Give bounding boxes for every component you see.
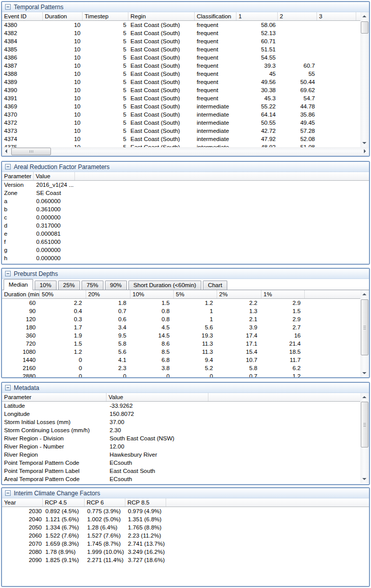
column-header[interactable]: Timestep bbox=[83, 12, 128, 20]
column-header[interactable]: 1% bbox=[261, 290, 305, 298]
column-header[interactable]: Regin bbox=[128, 12, 195, 20]
table-row[interactable]: e0.000081 bbox=[2, 230, 369, 238]
table-row[interactable]: Point Temporal Pattern CodeECsouth bbox=[2, 459, 360, 467]
column-header[interactable]: Value bbox=[107, 393, 208, 401]
column-header[interactable]: Parameter bbox=[2, 172, 34, 180]
table-row[interactable]: 4373105East Coast (South)intermediate42.… bbox=[2, 127, 360, 135]
table-row[interactable]: 4387105East Coast (South)frequent39.360.… bbox=[2, 62, 360, 70]
table-row[interactable]: 4374105East Coast (South)intermediate47.… bbox=[2, 135, 360, 143]
table-row[interactable]: River Region - Number12.00 bbox=[2, 442, 360, 451]
column-header[interactable]: Parameter bbox=[2, 393, 107, 401]
table-row[interactable]: 20300.892 (4.5%)0.775 (3.9%)0.979 (4.9%) bbox=[2, 507, 369, 515]
table-row[interactable]: River Region - DivisionSouth East Coast … bbox=[2, 434, 360, 442]
column-header[interactable]: 3 bbox=[317, 12, 356, 20]
column-header[interactable]: RCP 4.5 bbox=[43, 498, 85, 507]
table-row[interactable]: 20501.334 (6.7%)1.28 (6.4%)1.765 (8.8%) bbox=[2, 523, 369, 531]
table-row[interactable]: Storm Initial Losses (mm)37.00 bbox=[2, 418, 360, 426]
table-row[interactable]: a0.060000 bbox=[2, 197, 369, 205]
table-row[interactable]: 4370105East Coast (South)intermediate64.… bbox=[2, 110, 360, 119]
table-row[interactable]: Point Temporal Pattern LabelEast Coast S… bbox=[2, 467, 360, 475]
column-header[interactable]: Classification bbox=[195, 12, 236, 20]
column-header[interactable]: Value bbox=[34, 172, 75, 180]
climate-header[interactable]: Interim Climate Change Factors bbox=[2, 488, 369, 498]
column-header[interactable]: Year bbox=[2, 498, 43, 507]
vertical-scrollbar[interactable] bbox=[360, 12, 369, 147]
table-row[interactable]: 7201.55.88.611.317.121.4 bbox=[2, 340, 360, 348]
collapse-icon[interactable] bbox=[5, 385, 11, 390]
column-header[interactable]: Event ID bbox=[2, 12, 43, 20]
preburst-header[interactable]: Preburst Depths bbox=[2, 269, 369, 279]
table-row[interactable]: 288000000.71.2 bbox=[2, 372, 360, 377]
table-row[interactable]: 20401.121 (5.6%)1.002 (5.0%)1.351 (6.8%) bbox=[2, 515, 369, 523]
scroll-left-button[interactable] bbox=[2, 147, 10, 155]
table-row[interactable]: 1801.73.44.55.63.92.7 bbox=[2, 323, 360, 331]
column-header[interactable]: 1 bbox=[236, 12, 278, 20]
scroll-up-button[interactable] bbox=[360, 393, 368, 401]
table-row[interactable]: 20701.659 (8.3%)1.745 (8.7%)2.741 (13.7%… bbox=[2, 540, 369, 548]
table-row[interactable]: ZoneSE Coast bbox=[2, 189, 369, 197]
collapse-icon[interactable] bbox=[5, 4, 11, 10]
metadata-header[interactable]: Metadata bbox=[2, 383, 369, 393]
table-row[interactable]: 4390105East Coast (South)frequent30.3869… bbox=[2, 86, 360, 94]
table-row[interactable]: 4391105East Coast (South)frequent45.354.… bbox=[2, 94, 360, 102]
column-header[interactable]: 5% bbox=[174, 290, 217, 298]
table-row[interactable]: 4382105East Coast (South)frequent52.13 bbox=[2, 29, 360, 37]
table-row[interactable]: 1200.30.60.812.12.9 bbox=[2, 315, 360, 323]
tab-chart[interactable]: Chart bbox=[203, 281, 227, 290]
scrollbar-thumb[interactable] bbox=[361, 299, 368, 355]
tab-10[interactable]: 10% bbox=[35, 281, 57, 290]
scrollbar-thumb[interactable] bbox=[361, 21, 368, 34]
table-row[interactable]: 144004.16.89.410.711.7 bbox=[2, 356, 360, 364]
scroll-down-button[interactable] bbox=[360, 139, 368, 147]
column-header[interactable]: 20% bbox=[86, 290, 130, 298]
scroll-down-button[interactable] bbox=[360, 475, 368, 483]
column-header[interactable]: RCP 8.5 bbox=[125, 498, 166, 507]
table-row[interactable]: b0.361000 bbox=[2, 205, 369, 213]
scroll-down-button[interactable] bbox=[360, 369, 368, 377]
scroll-up-button[interactable] bbox=[360, 290, 368, 298]
table-row[interactable]: 602.21.81.51.22.22.9 bbox=[2, 299, 360, 307]
table-row[interactable]: 4375105East Coast (South)intermediate48.… bbox=[2, 143, 360, 147]
column-header[interactable]: 50% bbox=[40, 290, 86, 298]
column-header[interactable]: RCP 6 bbox=[85, 498, 125, 507]
table-row[interactable]: 216002.33.85.25.86.2 bbox=[2, 364, 360, 372]
table-row[interactable]: c0.000000 bbox=[2, 213, 369, 221]
collapse-icon[interactable] bbox=[5, 271, 11, 276]
collapse-icon[interactable] bbox=[5, 490, 11, 496]
column-header[interactable]: 2 bbox=[278, 12, 317, 20]
scroll-up-button[interactable] bbox=[360, 12, 368, 20]
table-row[interactable]: 20801.78 (8.9%)1.999 (10.0%)3.249 (16.2%… bbox=[2, 548, 369, 556]
horizontal-scrollbar[interactable] bbox=[2, 147, 369, 156]
column-header[interactable]: 10% bbox=[130, 290, 174, 298]
table-row[interactable]: Latitude-33.9262 bbox=[2, 402, 360, 410]
table-row[interactable]: 3601.99.514.519.317.416 bbox=[2, 331, 360, 340]
table-row[interactable]: h0.000000 bbox=[2, 254, 369, 262]
table-row[interactable]: 4380105East Coast (South)frequent58.06 bbox=[2, 21, 360, 29]
table-row[interactable]: 4388105East Coast (South)frequent4555 bbox=[2, 70, 360, 78]
table-row[interactable]: River RegionHawkesbury River bbox=[2, 451, 360, 459]
table-row[interactable]: f0.651000 bbox=[2, 238, 369, 246]
tab-90[interactable]: 90% bbox=[105, 281, 127, 290]
table-row[interactable]: 4384105East Coast (South)frequent60.71 bbox=[2, 37, 360, 45]
table-row[interactable]: 20901.825 (9.1%)2.271 (11.4%)3.727 (18.6… bbox=[2, 556, 369, 564]
tab-75[interactable]: 75% bbox=[82, 281, 103, 290]
vertical-scrollbar[interactable] bbox=[360, 290, 369, 377]
table-row[interactable]: Version2016_v1(24 ... bbox=[2, 181, 369, 189]
table-row[interactable]: 4385105East Coast (South)frequent51.51 bbox=[2, 45, 360, 53]
table-row[interactable]: 900.40.70.811.31.5 bbox=[2, 307, 360, 315]
vertical-scrollbar[interactable] bbox=[360, 393, 369, 483]
tab-median[interactable]: Median bbox=[4, 279, 33, 290]
table-row[interactable]: 4386105East Coast (South)frequent54.55 bbox=[2, 53, 360, 62]
temporal-patterns-header[interactable]: Temporal Patterns bbox=[2, 2, 369, 12]
column-header[interactable]: 2% bbox=[217, 290, 261, 298]
column-header[interactable]: Duration (min) bbox=[2, 290, 40, 298]
table-row[interactable]: d0.317000 bbox=[2, 221, 369, 230]
tab-short-duration-60min[interactable]: Short Duration (<60min) bbox=[128, 281, 201, 290]
scrollbar-thumb[interactable] bbox=[11, 148, 51, 155]
scrollbar-thumb[interactable] bbox=[361, 402, 368, 447]
tab-25[interactable]: 25% bbox=[58, 281, 80, 290]
table-row[interactable]: Areal Temporal Pattern CodeECsouth bbox=[2, 475, 360, 483]
table-row[interactable]: 4372105East Coast (South)intermediate50.… bbox=[2, 119, 360, 127]
table-row[interactable]: 4389105East Coast (South)frequent49.5650… bbox=[2, 78, 360, 86]
arf-header[interactable]: Areal Reduction Factor Parameters bbox=[2, 162, 369, 172]
